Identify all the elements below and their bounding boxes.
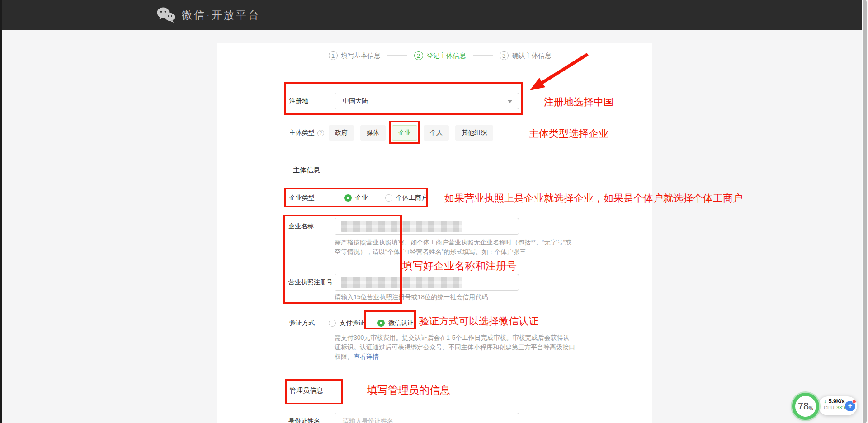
radio-company-label: 企业	[355, 194, 368, 202]
annotation-admin: 填写管理员的信息	[367, 383, 450, 397]
step-2-circle: 2	[414, 51, 423, 60]
verify-method-radios: 支付验证 微信认证	[329, 315, 414, 331]
license-no-helper: 请输入15位营业执照注册号或18位的统一社会信用代码	[335, 292, 488, 302]
entity-option-enterprise[interactable]: 企业	[392, 125, 417, 141]
step-dash	[473, 55, 493, 56]
step-1: 1 填写基本信息	[329, 51, 381, 60]
window-left-edge	[0, 0, 2, 423]
cpu-label: CPU	[824, 405, 834, 411]
radio-wechat-verify[interactable]: 微信认证	[377, 319, 414, 327]
reg-location-label: 注册地	[289, 93, 308, 110]
entity-option-personal[interactable]: 个人	[424, 125, 449, 141]
reg-location-select[interactable]: 中国大陆	[335, 93, 519, 109]
step-1-label: 填写基本信息	[341, 52, 381, 60]
license-no-label: 营业执照注册号	[288, 274, 333, 291]
entity-type-options: 政府 媒体 企业 个人 其他组织	[329, 125, 493, 141]
company-type-label: 企业类型	[289, 190, 315, 206]
company-type-radios: 企业 个体工商户	[344, 190, 428, 206]
step-3: 3 确认主体信息	[500, 51, 552, 60]
reg-location-value: 中国大陆	[343, 97, 368, 105]
entity-option-other[interactable]: 其他组织	[455, 125, 493, 141]
admin-section-title: 管理员信息	[289, 386, 323, 395]
entity-option-enterprise-wrap: 企业	[392, 125, 417, 141]
subject-section-title: 主体信息	[293, 166, 320, 174]
scrollbar-thumb[interactable]	[863, 0, 867, 423]
company-name-helper-2: 空等情况），请以“个体户+经营者姓名”的形式填写。如：个体户张三	[335, 247, 526, 257]
id-name-placeholder: 请输入身份证姓名	[343, 417, 393, 423]
verify-helper-1: 需支付300元审核费用。提交认证后会在1-5个工作日完成审核。审核完成后会获得认	[335, 333, 570, 343]
radio-selected-icon	[344, 194, 352, 202]
scrollbar-track[interactable]	[862, 0, 868, 423]
id-name-label: 身份证姓名	[288, 413, 320, 423]
annotation-entity-type: 主体类型选择企业	[529, 127, 609, 141]
step-2-label: 登记主体信息	[427, 52, 466, 60]
help-question-icon[interactable]: ?	[317, 130, 324, 136]
radio-wechat-verify-label: 微信认证	[388, 319, 414, 327]
memory-percent-value: 78	[798, 400, 809, 412]
step-3-label: 确认主体信息	[512, 52, 552, 60]
brand: 微信·开放平台	[156, 0, 260, 30]
company-name-blurred-value	[341, 221, 462, 232]
radio-unselected-icon	[385, 194, 392, 202]
wechat-logo-icon	[156, 6, 175, 24]
chevron-down-icon	[508, 100, 512, 103]
registration-card: 1 填写基本信息 2 登记主体信息 3 确认主体信息 注册地 中国大陆 注册地选…	[217, 43, 652, 423]
radio-individual-label: 个体工商户	[396, 194, 428, 202]
app-title: 微信·开放平台	[182, 8, 260, 22]
license-no-blurred-value	[341, 277, 462, 288]
download-arrow-icon: ↓	[824, 398, 826, 404]
annotation-reg-location: 注册地选择中国	[544, 95, 613, 109]
annotation-verify: 验证方式可以选择微信认证	[419, 315, 538, 328]
memory-percent-unit: %	[809, 405, 813, 411]
annotation-company-type: 如果营业执照上是企业就选择企业，如果是个体户就选择个体工商户	[444, 192, 743, 205]
license-no-input[interactable]	[335, 274, 519, 291]
radio-unselected-icon	[329, 320, 336, 327]
step-2-active: 2 登记主体信息	[414, 51, 466, 60]
radio-pay-verify[interactable]: 支付验证	[329, 319, 365, 327]
radio-company[interactable]: 企业	[344, 194, 368, 202]
company-name-helper-1: 需严格按照营业执照填写。如个体工商户营业执照无企业名称时（包括**、“无字号”或	[335, 238, 571, 247]
id-name-input[interactable]: 请输入身份证姓名	[335, 413, 519, 423]
entity-type-label-text: 主体类型	[289, 129, 315, 137]
verify-helper-2: 证标识。认证通过后可获得绑定公众号、不同主体小程序和创建第三方平台等高级接口	[335, 343, 575, 352]
annotation-name-license: 填写好企业名称和注册号	[402, 259, 517, 273]
step-3-circle: 3	[500, 51, 509, 60]
entity-option-media[interactable]: 媒体	[360, 125, 386, 141]
verify-method-label: 验证方式	[289, 315, 315, 331]
notification-dot	[852, 400, 856, 404]
verify-helper-3: 权限。查看详情	[335, 352, 379, 362]
entity-option-government[interactable]: 政府	[329, 125, 354, 141]
download-speed: 5.9K/s	[829, 398, 844, 404]
memory-percent-ball[interactable]: 78 %	[792, 393, 819, 420]
view-details-link[interactable]: 查看详情	[354, 353, 379, 360]
verify-helper-3-text: 权限。	[335, 353, 354, 360]
stepper: 1 填写基本信息 2 登记主体信息 3 确认主体信息	[222, 51, 657, 60]
app-header: 微信·开放平台	[0, 0, 868, 30]
step-1-circle: 1	[329, 51, 338, 60]
radio-selected-icon	[377, 320, 385, 327]
company-name-label: 企业名称	[288, 218, 314, 235]
radio-individual-business[interactable]: 个体工商户	[385, 194, 428, 202]
radio-pay-verify-label: 支付验证	[340, 319, 365, 327]
entity-type-label: 主体类型 ?	[289, 125, 324, 141]
step-dash	[387, 55, 407, 56]
company-name-input[interactable]	[335, 218, 519, 235]
